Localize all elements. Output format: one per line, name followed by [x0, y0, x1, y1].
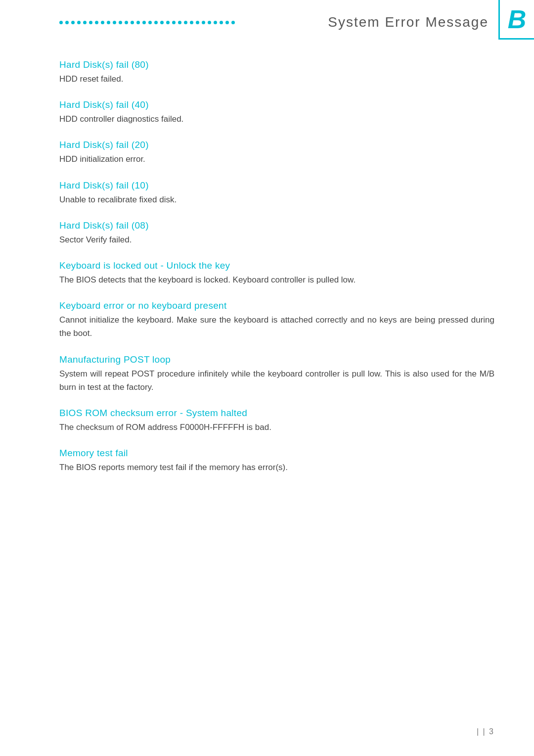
error-description: System will repeat POST procedure infini… — [59, 367, 494, 394]
error-description: HDD initialization error. — [59, 152, 494, 166]
error-entry-hdd-fail-08: Hard Disk(s) fail (08)Sector Verify fail… — [59, 220, 494, 246]
error-description: HDD controller diagnostics failed. — [59, 112, 494, 126]
content-area: Hard Disk(s) fail (80)HDD reset failed.H… — [0, 45, 534, 518]
header-content: System Error Message — [0, 0, 498, 40]
error-entry-manufacturing-post: Manufacturing POST loopSystem will repea… — [59, 354, 494, 394]
appendix-letter-block: B — [498, 0, 534, 40]
page-title: System Error Message — [328, 14, 493, 30]
error-title: Hard Disk(s) fail (08) — [59, 220, 494, 231]
error-entry-hdd-fail-20: Hard Disk(s) fail (20)HDD initialization… — [59, 140, 494, 166]
error-description: The BIOS reports memory test fail if the… — [59, 461, 494, 474]
error-description: HDD reset failed. — [59, 72, 494, 86]
appendix-letter: B — [508, 6, 527, 32]
error-title: Memory test fail — [59, 448, 494, 459]
error-title: Manufacturing POST loop — [59, 354, 494, 365]
error-description: Cannot initialize the keyboard. Make sur… — [59, 313, 494, 340]
error-description: The checksum of ROM address F0000H-FFFFF… — [59, 421, 494, 434]
error-description: The BIOS detects that the keyboard is lo… — [59, 273, 494, 286]
dots-decoration — [30, 21, 328, 24]
error-title: Hard Disk(s) fail (20) — [59, 140, 494, 150]
error-entry-hdd-fail-80: Hard Disk(s) fail (80)HDD reset failed. — [59, 59, 494, 86]
error-title: Hard Disk(s) fail (80) — [59, 59, 494, 70]
error-entry-hdd-fail-10: Hard Disk(s) fail (10)Unable to recalibr… — [59, 180, 494, 206]
error-title: BIOS ROM checksum error - System halted — [59, 408, 494, 419]
error-title: Keyboard is locked out - Unlock the key — [59, 260, 494, 271]
error-title: Hard Disk(s) fail (40) — [59, 99, 494, 110]
error-description: Unable to recalibrate fixed disk. — [59, 193, 494, 206]
page-number: | | 3 — [477, 727, 494, 736]
error-entry-keyboard-locked: Keyboard is locked out - Unlock the keyT… — [59, 260, 494, 286]
error-entry-bios-rom-checksum: BIOS ROM checksum error - System haltedT… — [59, 408, 494, 434]
error-entry-hdd-fail-40: Hard Disk(s) fail (40)HDD controller dia… — [59, 99, 494, 126]
error-entry-keyboard-error: Keyboard error or no keyboard presentCan… — [59, 300, 494, 340]
page-header: System Error Message B — [0, 0, 534, 40]
error-title: Hard Disk(s) fail (10) — [59, 180, 494, 191]
error-title: Keyboard error or no keyboard present — [59, 300, 494, 311]
error-entry-memory-test-fail: Memory test failThe BIOS reports memory … — [59, 448, 494, 474]
error-description: Sector Verify failed. — [59, 233, 494, 246]
page-container: System Error Message B Hard Disk(s) fail… — [0, 0, 534, 756]
